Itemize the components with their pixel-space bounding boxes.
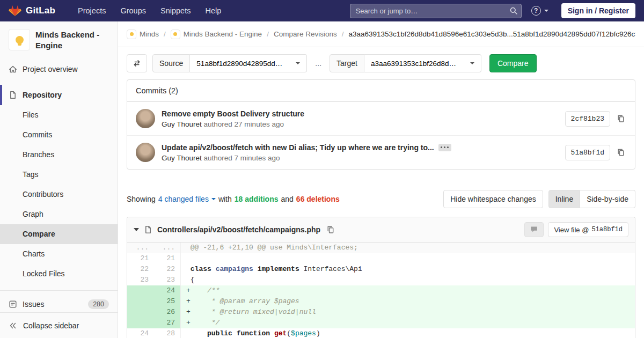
- nav-help[interactable]: Help: [205, 6, 221, 15]
- swap-revisions-button[interactable]: [127, 54, 147, 72]
- old-line-number[interactable]: 21: [127, 253, 154, 264]
- diff-line: 24+ /**: [127, 285, 635, 296]
- changed-files-dropdown[interactable]: 4 changed files: [158, 195, 216, 203]
- repository-icon: [9, 91, 17, 99]
- commit-author-link[interactable]: Guy Thouret: [162, 154, 202, 162]
- breadcrumb-project[interactable]: Minds Backend - Engine: [171, 30, 262, 39]
- comment-bubble-icon: [530, 225, 538, 234]
- source-input-group: Source 51a8bf1d2890d42895dd…: [152, 54, 307, 72]
- breadcrumb-separator: /: [164, 30, 166, 38]
- new-line-number[interactable]: ...: [154, 243, 181, 253]
- nav-groups[interactable]: Groups: [120, 6, 146, 15]
- chevron-down-icon: [470, 62, 474, 64]
- diff-code: {: [181, 275, 635, 285]
- commit-title-link[interactable]: Update api/v2/boost/fetch with new Di al…: [162, 143, 434, 152]
- old-line-number[interactable]: [127, 307, 154, 318]
- commit-author-avatar[interactable]: [136, 143, 155, 162]
- commit-author-avatar[interactable]: [136, 109, 155, 128]
- side-by-side-view-button[interactable]: Side-by-side: [580, 190, 635, 208]
- old-line-number[interactable]: 24: [127, 328, 154, 338]
- commit-meta-text: authored 27 minutes ago: [204, 120, 284, 128]
- breadcrumb-group[interactable]: Minds: [127, 30, 159, 39]
- commit-row: Update api/v2/boost/fetch with new Di al…: [127, 135, 635, 169]
- compare-ellipsis: ...: [315, 59, 321, 68]
- old-line-number[interactable]: [127, 285, 154, 296]
- nav-snippets[interactable]: Snippets: [160, 6, 191, 15]
- chevron-down-icon: [296, 62, 300, 64]
- old-line-number[interactable]: ...: [127, 243, 154, 253]
- sidebar-item-compare[interactable]: Compare: [0, 224, 118, 244]
- nav-projects[interactable]: Projects: [78, 6, 106, 15]
- sidebar-item-branches[interactable]: Branches: [0, 145, 118, 165]
- diff-file-path[interactable]: Controllers/api/v2/boost/fetch/campaigns…: [157, 225, 320, 234]
- sidebar-item-graph[interactable]: Graph: [0, 204, 118, 224]
- collapse-sidebar-button[interactable]: Collapse sidebar: [0, 312, 118, 338]
- old-line-number[interactable]: 22: [127, 264, 154, 275]
- view-file-sha: 51a8bf1d: [591, 226, 623, 233]
- view-file-button[interactable]: View file @ 51a8bf1d: [548, 222, 628, 237]
- sidebar-section-repository: Repository Files Commits Branches Tags C…: [0, 85, 118, 284]
- breadcrumb-page[interactable]: Compare Revisions: [274, 30, 337, 38]
- copy-icon: [617, 114, 625, 123]
- new-line-number[interactable]: 25: [154, 296, 181, 307]
- sidebar-item-tags[interactable]: Tags: [0, 165, 118, 185]
- diff-file-header: Controllers/api/v2/boost/fetch/campaigns…: [127, 217, 635, 243]
- sidebar-item-contributors[interactable]: Contributors: [0, 185, 118, 204]
- diff-line: 27+ */: [127, 318, 635, 328]
- copy-file-path-button[interactable]: [325, 224, 336, 235]
- new-line-number[interactable]: 27: [154, 318, 181, 328]
- search-input[interactable]: [350, 4, 522, 18]
- search-box[interactable]: [350, 4, 522, 18]
- new-line-number[interactable]: 22: [154, 264, 181, 275]
- diff-line: 2323 {: [127, 275, 635, 285]
- new-line-number[interactable]: 21: [154, 253, 181, 264]
- compare-button[interactable]: Compare: [489, 54, 537, 72]
- toggle-comments-button[interactable]: [524, 222, 544, 237]
- chevron-down-icon: [544, 10, 548, 12]
- additions-count: 18 additions: [235, 195, 279, 203]
- expand-commit-message-button[interactable]: [438, 144, 451, 151]
- commit-sha[interactable]: 51a8bf1d: [565, 145, 610, 160]
- help-menu[interactable]: ?: [531, 6, 548, 16]
- showing-label: Showing: [127, 195, 156, 203]
- inline-view-button[interactable]: Inline: [548, 190, 580, 208]
- project-name: Minds Backend - Engine: [35, 29, 109, 52]
- new-line-number[interactable]: 23: [154, 275, 181, 285]
- sign-in-button[interactable]: Sign in / Register: [561, 3, 635, 18]
- copy-sha-button[interactable]: [616, 113, 626, 124]
- new-line-number[interactable]: 26: [154, 307, 181, 318]
- issues-icon: [9, 300, 17, 308]
- old-line-number[interactable]: 23: [127, 275, 154, 285]
- commit-sha[interactable]: 2cf81b23: [565, 111, 610, 127]
- target-input-group: Target a3aa6391353c1bf26d8d…: [330, 54, 481, 72]
- commit-title-link[interactable]: Remove empty Boost Delivery structure: [162, 109, 304, 118]
- sidebar-item-files[interactable]: Files: [0, 105, 118, 125]
- sidebar-item-issues[interactable]: Issues 280: [0, 294, 118, 314]
- diff-line: 26+ * @return mixed|void|null: [127, 307, 635, 318]
- collapse-diff-caret-icon[interactable]: [134, 228, 139, 231]
- diff-line: 25+ * @param array $pages: [127, 296, 635, 307]
- sidebar-item-charts[interactable]: Charts: [0, 244, 118, 264]
- project-context[interactable]: Minds Backend - Engine: [0, 21, 118, 57]
- sidebar-item-project-overview[interactable]: Project overview: [0, 59, 118, 79]
- sidebar-item-repository[interactable]: Repository: [0, 85, 118, 105]
- gitlab-logo[interactable]: GitLab: [9, 4, 55, 17]
- new-line-number[interactable]: 24: [154, 285, 181, 296]
- home-icon: [9, 65, 17, 74]
- target-ref-dropdown[interactable]: a3aa6391353c1bf26d8d…: [364, 54, 481, 72]
- diff-view-toggle: Inline Side-by-side: [548, 190, 635, 208]
- minds-bulb-icon: [16, 36, 24, 44]
- sidebar-item-locked-files[interactable]: Locked Files: [0, 264, 118, 284]
- source-label: Source: [152, 54, 190, 72]
- old-line-number[interactable]: [127, 318, 154, 328]
- hide-whitespace-button[interactable]: Hide whitespace changes: [443, 190, 543, 208]
- copy-sha-button[interactable]: [616, 147, 626, 158]
- commit-author-link[interactable]: Guy Thouret: [162, 120, 202, 128]
- old-line-number[interactable]: [127, 296, 154, 307]
- file-icon: [144, 225, 152, 234]
- sidebar-item-commits[interactable]: Commits: [0, 125, 118, 145]
- top-navbar: GitLab Projects Groups Snippets Help ? S…: [0, 0, 644, 21]
- double-chevron-left-icon: [9, 321, 17, 330]
- source-ref-dropdown[interactable]: 51a8bf1d2890d42895dd…: [190, 54, 307, 72]
- new-line-number[interactable]: 28: [154, 328, 181, 338]
